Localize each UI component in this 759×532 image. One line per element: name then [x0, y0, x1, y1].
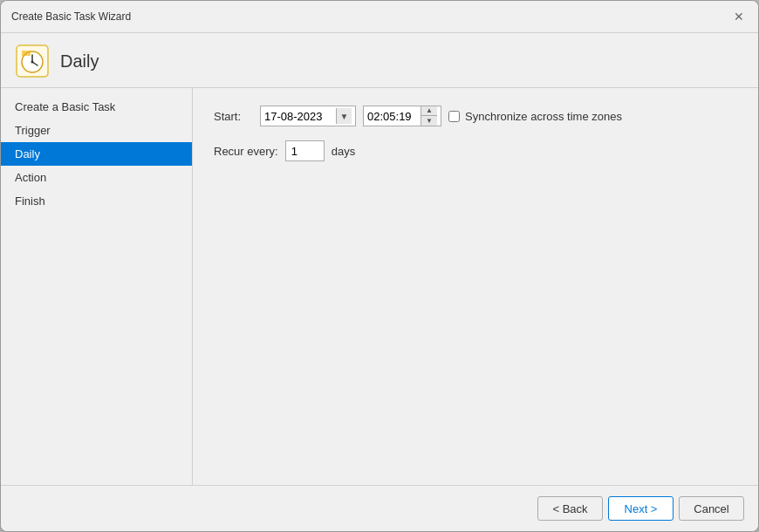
- time-up-button[interactable]: ▲: [421, 106, 437, 116]
- sync-checkbox[interactable]: [448, 111, 460, 122]
- close-button[interactable]: ✕: [730, 8, 748, 25]
- sync-label[interactable]: Synchronize across time zones: [465, 110, 622, 123]
- wizard-window: Create Basic Task Wizard ✕ Daily Create …: [0, 0, 759, 532]
- svg-point-4: [31, 61, 34, 64]
- title-bar: Create Basic Task Wizard ✕: [1, 1, 758, 33]
- date-field-container: ▼: [260, 106, 356, 126]
- time-down-button[interactable]: ▼: [421, 116, 437, 126]
- sidebar-item-action[interactable]: Action: [1, 166, 192, 189]
- task-clock-icon: [15, 44, 50, 78]
- start-label: Start:: [214, 110, 253, 123]
- sidebar: Create a Basic Task Trigger Daily Action…: [1, 88, 193, 485]
- sidebar-item-trigger[interactable]: Trigger: [1, 119, 192, 142]
- next-button[interactable]: Next >: [608, 496, 674, 521]
- recur-label: Recur every:: [214, 145, 278, 158]
- sidebar-item-daily[interactable]: Daily: [1, 142, 192, 166]
- time-spinner: ▲ ▼: [421, 106, 437, 126]
- date-picker-button[interactable]: ▼: [336, 108, 352, 124]
- window-title: Create Basic Task Wizard: [11, 10, 131, 23]
- sidebar-item-finish[interactable]: Finish: [1, 189, 192, 213]
- main-area: Start: ▼ ▲ ▼ Synchronize acro: [193, 88, 758, 485]
- recur-input[interactable]: [285, 140, 325, 161]
- page-title: Daily: [60, 51, 99, 72]
- content-area: Create a Basic Task Trigger Daily Action…: [1, 88, 758, 485]
- svg-marker-5: [22, 51, 31, 56]
- days-label: days: [332, 145, 355, 158]
- sidebar-item-create-basic-task[interactable]: Create a Basic Task: [1, 95, 192, 119]
- date-input[interactable]: [264, 110, 336, 123]
- recur-row: Recur every: days: [214, 140, 737, 161]
- back-button[interactable]: < Back: [537, 496, 603, 521]
- cancel-button[interactable]: Cancel: [679, 496, 744, 521]
- footer: < Back Next > Cancel: [1, 485, 758, 531]
- start-row: Start: ▼ ▲ ▼ Synchronize acro: [214, 106, 737, 126]
- time-input[interactable]: [367, 110, 420, 123]
- time-field-container: ▲ ▼: [363, 106, 441, 126]
- header-section: Daily: [1, 33, 758, 88]
- sync-checkbox-row: Synchronize across time zones: [448, 110, 622, 123]
